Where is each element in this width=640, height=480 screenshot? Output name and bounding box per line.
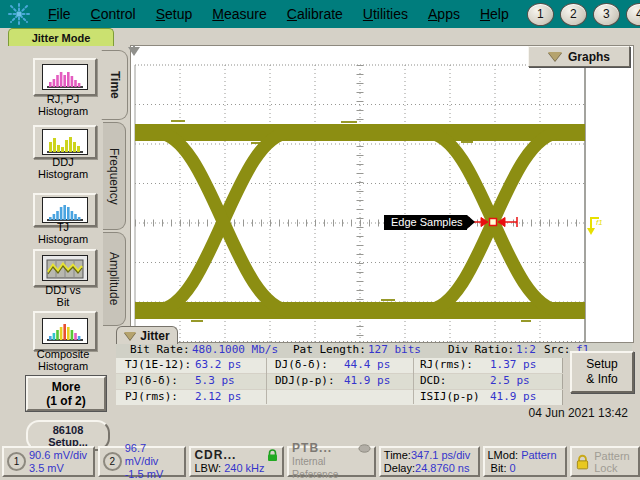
menu-calibrate[interactable]: Calibrate	[277, 3, 353, 25]
pattern-lock-label-1: Pattern	[594, 450, 629, 462]
cdr-lbw-label: LBW:	[194, 462, 221, 474]
waveform-vs-bit-icon	[42, 255, 88, 281]
datetime-display: 04 Jun 2021 13:42	[529, 406, 628, 420]
rj-label: RJ(rms):	[420, 358, 473, 371]
pat-length-value: 127 bits	[368, 343, 421, 356]
dcd-label: DCD:	[420, 374, 447, 387]
pattern-lock-label-2: Lock	[594, 462, 629, 474]
status-oval-icon	[358, 442, 371, 455]
channel-1-button[interactable]: 1 90.6 mV/div 3.5 mV	[2, 446, 95, 477]
ptb-reference-label: Internal Reference	[292, 455, 371, 480]
waveform-display: f1 Graphs Edge Samples	[130, 45, 634, 343]
channel-2-icon: 2	[103, 452, 122, 471]
quick-button-3[interactable]: 3	[593, 3, 620, 26]
svg-text:f1: f1	[596, 218, 603, 227]
pj-rms-value: 2.12 ps	[195, 390, 241, 403]
delay-value: 24.8760 ns	[415, 462, 469, 474]
jitter-results-tab[interactable]: Jitter	[116, 326, 178, 344]
tab-frequency[interactable]: Frequency	[103, 122, 126, 230]
rj-pj-histogram-label: RJ, PJHistogram	[14, 93, 112, 117]
quick-button-2[interactable]: 2	[560, 3, 587, 26]
tj-value: 63.2 ps	[195, 358, 241, 371]
bit-rate-label: Bit Rate:	[130, 343, 190, 356]
timebase-button[interactable]: Time:347.1 ps/div Delay:24.8760 ns	[379, 446, 480, 477]
edge-sample-markers	[469, 217, 517, 227]
bit-value: 0	[510, 462, 516, 474]
quick-buttons: 1 2 3 4	[527, 3, 640, 26]
cdr-button[interactable]: CDR... LBW: 240 kHz	[189, 446, 284, 477]
ptb-title: PTB...	[292, 442, 332, 455]
ddj-histogram-button[interactable]	[33, 125, 97, 159]
pj-dd-value: 5.3 ps	[195, 374, 235, 387]
channel-2-button[interactable]: 2 96.7 mV/div -1.5 mV	[98, 446, 187, 477]
jitter-header-row: Bit Rate: 480.1000 Mb/s Pat Length: 127 …	[116, 343, 632, 358]
jitter-row-3: PJ(rms): 2.12 ps ISIJ(p-p) 41.9 ps	[116, 390, 563, 405]
histogram-multicolor-icon	[42, 318, 88, 344]
tj-histogram-label: TJHistogram	[14, 221, 112, 245]
composite-histogram-button[interactable]	[33, 311, 97, 351]
histogram-blue-icon	[42, 197, 88, 223]
lmod-value: Pattern	[521, 449, 556, 461]
ddj-value: 41.9 ps	[344, 374, 390, 387]
pj-dd-label: PJ(δ-δ):	[125, 374, 178, 387]
tab-time[interactable]: Time	[101, 50, 128, 120]
histogram-pink-icon	[42, 64, 88, 90]
jitter-row-2: PJ(δ-δ): 5.3 ps DDJ(p-p): 41.9 ps DCD: 2…	[116, 374, 563, 389]
titlebar: File Control Setup Measure Calibrate Uti…	[0, 0, 640, 28]
jitter-row-1: TJ(1E-12): 63.2 ps DJ(δ-δ): 44.4 ps RJ(r…	[116, 358, 563, 373]
scope-application: File Control Setup Measure Calibrate Uti…	[0, 0, 640, 480]
mode-label: Jitter Mode	[8, 28, 114, 46]
time-value: 347.1 ps/div	[411, 449, 470, 461]
setup-info-button[interactable]: Setup & Info	[570, 351, 634, 393]
bit-rate-value: 480.1000 Mb/s	[192, 343, 278, 356]
source-marker-f1: f1	[587, 218, 603, 235]
dropdown-triangle-icon	[548, 52, 562, 61]
src-label: Src:	[544, 343, 571, 356]
ddj-vs-bit-button[interactable]	[33, 249, 97, 287]
pj-rms-label: PJ(rms):	[125, 390, 178, 403]
dj-label: DJ(δ-δ):	[275, 358, 328, 371]
dj-value: 44.4 ps	[344, 358, 390, 371]
quick-button-4[interactable]: 4	[626, 3, 640, 26]
graphs-button[interactable]: Graphs	[528, 46, 630, 67]
ddj-histogram-label: DDJHistogram	[14, 156, 112, 180]
padlock-yellow-icon	[575, 454, 590, 470]
menu-utilities[interactable]: Utilities	[353, 3, 418, 25]
trigger-arrow-icon	[128, 47, 140, 56]
eye-diagram-plot: f1	[131, 46, 633, 342]
status-bar: 1 90.6 mV/div 3.5 mV 2 96.7 mV/div -1.5 …	[0, 446, 640, 477]
ddj-vs-bit-label: DDJ vsBit	[14, 284, 112, 308]
ptb-button[interactable]: PTB... Internal Reference	[287, 446, 376, 477]
delay-label: Delay:	[384, 462, 415, 474]
menu-control[interactable]: Control	[81, 3, 146, 25]
channel-1-offset: 3.5 mV	[29, 462, 87, 475]
cdr-lbw-value: 240 kHz	[224, 462, 264, 474]
dropdown-triangle-icon	[124, 332, 136, 340]
channel-2-offset: -1.5 mV	[125, 468, 182, 480]
quick-button-1[interactable]: 1	[527, 3, 554, 26]
more-pages-button[interactable]: More (1 of 2)	[26, 376, 106, 411]
channel-1-scale: 90.6 mV/div	[29, 449, 87, 462]
menu-bar: File Control Setup Measure Calibrate Uti…	[38, 3, 519, 25]
dcd-value: 2.5 ps	[490, 374, 530, 387]
menu-setup[interactable]: Setup	[146, 3, 203, 25]
menu-file[interactable]: File	[38, 3, 81, 25]
menu-apps[interactable]: Apps	[418, 3, 470, 25]
tab-amplitude[interactable]: Amplitude	[103, 232, 126, 326]
bit-label: Bit:	[491, 462, 507, 474]
rj-value: 1.37 ps	[490, 358, 536, 371]
menu-measure[interactable]: Measure	[202, 3, 276, 25]
lmod-button[interactable]: LMod: Pattern Bit: 0	[483, 446, 568, 477]
menu-help[interactable]: Help	[470, 3, 519, 25]
tj-label: TJ(1E-12):	[125, 358, 191, 371]
div-ratio-label: Div Ratio:	[448, 343, 514, 356]
padlock-green-icon	[266, 449, 279, 462]
rj-pj-histogram-button[interactable]	[33, 58, 97, 96]
lmod-label: LMod:	[488, 449, 519, 461]
channel-1-icon: 1	[7, 452, 26, 471]
agilent-spark-icon	[6, 2, 32, 26]
pattern-lock-button[interactable]: Pattern Lock	[570, 446, 640, 477]
pat-length-label: Pat Length:	[293, 343, 366, 356]
edge-samples-callout: Edge Samples	[384, 215, 467, 230]
ddj-label: DDJ(p-p):	[275, 374, 335, 387]
